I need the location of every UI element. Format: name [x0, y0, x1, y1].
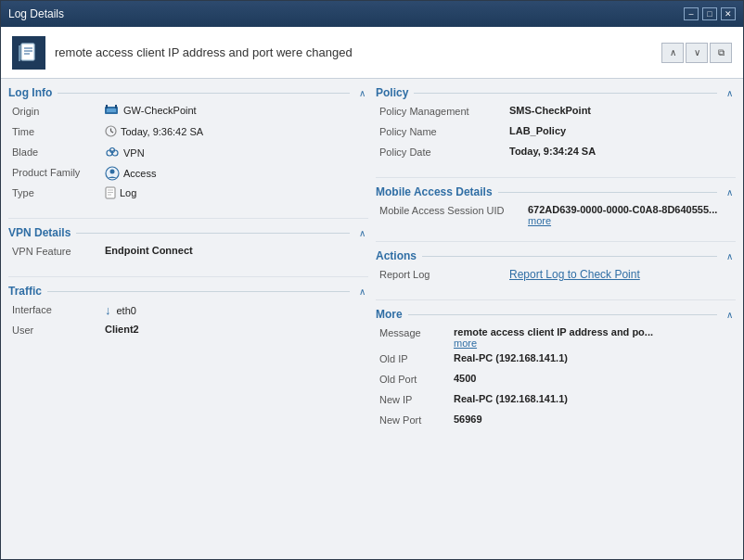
content-area: Log Info ∧ Origin [1, 79, 743, 559]
nav-down-button[interactable]: ∨ [686, 43, 708, 63]
divider-5 [376, 299, 736, 300]
field-time: Time Today, 9:36:42 SA [12, 125, 368, 142]
minimize-button[interactable]: – [684, 7, 699, 20]
svg-rect-8 [106, 105, 108, 108]
header-left: remote access client IP address and port… [12, 36, 353, 70]
product-family-label: Product Family [12, 166, 105, 178]
field-type: Type Log [12, 186, 368, 203]
vpn-feature-value: Endpoint Connect [105, 245, 193, 256]
header-navigation: ∧ ∨ ⧉ [661, 43, 732, 63]
field-policy-date: Policy Date Today, 9:34:24 SA [379, 146, 736, 162]
actions-body: Report Log Report Log to Check Point [376, 268, 736, 285]
policy-header: Policy ∧ [376, 86, 736, 99]
actions-section: Actions ∧ Report Log Report Log to Check… [376, 249, 736, 288]
new-port-label: New Port [379, 414, 454, 426]
log-info-divider [58, 93, 350, 94]
log-info-collapse[interactable]: ∧ [355, 86, 368, 99]
gw-icon [105, 105, 120, 116]
svg-rect-7 [107, 108, 116, 112]
divider-4 [376, 241, 736, 242]
access-icon [105, 166, 120, 181]
policy-management-label: Policy Management [379, 105, 509, 117]
close-button[interactable]: ✕ [721, 7, 736, 20]
traffic-section: Traffic ∧ Interface ↓ eth0 User Client [8, 285, 368, 344]
field-product-family: Product Family Access [12, 166, 368, 183]
divider-1 [8, 218, 368, 219]
message-label: Message [379, 326, 454, 338]
svg-rect-9 [115, 105, 117, 108]
message-more-link[interactable]: more [454, 337, 653, 349]
actions-collapse[interactable]: ∧ [723, 249, 736, 262]
log-icon [12, 36, 45, 70]
more-section: More ∧ Message remote access client IP a… [376, 308, 736, 434]
title-bar: Log Details – □ ✕ [1, 1, 743, 27]
policy-body: Policy Management SMS-CheckPoint Policy … [376, 105, 736, 162]
mobile-access-title: Mobile Access Details [376, 185, 493, 198]
nav-copy-button[interactable]: ⧉ [710, 43, 732, 63]
vpn-details-body: VPN Feature Endpoint Connect [8, 245, 368, 261]
right-column: Policy ∧ Policy Management SMS-CheckPoin… [376, 86, 736, 552]
message-value: remote access client IP address and po..… [454, 326, 653, 349]
interface-label: Interface [12, 303, 105, 315]
restore-button[interactable]: □ [702, 7, 717, 20]
field-user: User Client2 [12, 324, 368, 340]
field-old-port: Old Port 4500 [379, 373, 736, 389]
vpn-details-header: VPN Details ∧ [8, 226, 368, 239]
user-value: Client2 [105, 324, 139, 335]
field-old-ip: Old IP Real-PC (192.168.141.1) [379, 352, 736, 369]
policy-date-label: Policy Date [379, 146, 509, 158]
more-body: Message remote access client IP address … [376, 326, 736, 430]
old-port-label: Old Port [379, 373, 454, 385]
old-ip-value: Real-PC (192.168.141.1) [454, 352, 568, 363]
log-info-body: Origin GW-CheckPoint Time [8, 105, 368, 203]
session-uid-value: 672AD639-0000-0000-C0A8-8D640555... more [528, 204, 717, 226]
field-origin: Origin GW-CheckPoint [12, 105, 368, 121]
actions-title: Actions [376, 249, 417, 262]
log-type-icon [105, 186, 116, 199]
time-label: Time [12, 125, 105, 137]
traffic-title: Traffic [8, 285, 42, 298]
traffic-collapse[interactable]: ∧ [355, 285, 368, 298]
report-log-label: Report Log [379, 268, 509, 280]
traffic-divider [47, 291, 350, 292]
vpn-details-divider [76, 233, 350, 234]
new-ip-label: New IP [379, 393, 454, 405]
session-uid-more-link[interactable]: more [528, 215, 717, 226]
more-collapse[interactable]: ∧ [723, 308, 736, 321]
type-value: Log [105, 186, 136, 199]
blade-value: VPN [105, 146, 145, 160]
user-label: User [12, 324, 105, 336]
field-policy-management: Policy Management SMS-CheckPoint [379, 105, 736, 121]
actions-divider [422, 256, 717, 257]
policy-title: Policy [376, 86, 408, 99]
more-divider [408, 314, 717, 315]
type-label: Type [12, 186, 105, 198]
new-port-value: 56969 [454, 414, 482, 425]
product-family-value: Access [105, 166, 156, 181]
field-blade: Blade VPN [12, 146, 368, 162]
mobile-access-body: Mobile Access Session UID 672AD639-0000-… [376, 204, 736, 226]
left-column: Log Info ∧ Origin [8, 86, 368, 552]
nav-up-button[interactable]: ∧ [661, 43, 684, 63]
log-info-header: Log Info ∧ [8, 86, 368, 99]
mobile-access-collapse[interactable]: ∧ [723, 185, 736, 198]
more-header: More ∧ [376, 308, 736, 321]
svg-point-13 [107, 150, 112, 156]
origin-label: Origin [12, 105, 105, 117]
actions-header: Actions ∧ [376, 249, 736, 262]
field-new-ip: New IP Real-PC (192.168.141.1) [379, 393, 736, 410]
policy-section: Policy ∧ Policy Management SMS-CheckPoin… [376, 86, 736, 166]
divider-2 [8, 276, 368, 277]
svg-rect-18 [106, 187, 115, 198]
vpn-feature-label: VPN Feature [12, 245, 105, 257]
more-title: More [376, 308, 403, 321]
vpn-details-collapse[interactable]: ∧ [355, 226, 368, 239]
new-ip-value: Real-PC (192.168.141.1) [454, 393, 568, 404]
session-uid-label: Mobile Access Session UID [379, 204, 528, 216]
window-title: Log Details [8, 7, 64, 20]
policy-collapse[interactable]: ∧ [723, 86, 736, 99]
report-log-link[interactable]: Report Log to Check Point [509, 268, 640, 281]
vpn-details-title: VPN Details [8, 226, 71, 239]
mobile-access-header: Mobile Access Details ∧ [376, 185, 736, 198]
interface-value: ↓ eth0 [105, 303, 136, 317]
